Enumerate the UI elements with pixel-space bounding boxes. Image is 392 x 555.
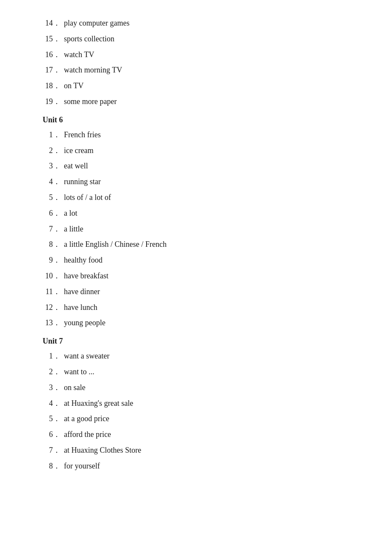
list-item: 18．on TV xyxy=(43,80,349,92)
item-text: ice cream xyxy=(64,145,349,157)
item-text: a little xyxy=(64,223,349,235)
item-number: 6． xyxy=(43,428,64,441)
list-item: 5．at a good price xyxy=(43,413,349,425)
item-text: running star xyxy=(64,176,349,188)
list-item: 9．healthy food xyxy=(43,254,349,266)
item-text: at a good price xyxy=(64,413,349,425)
list-item: 7．at Huaxing Clothes Store xyxy=(43,444,349,457)
item-number: 17． xyxy=(43,64,64,76)
list-item: 6．afford the price xyxy=(43,428,349,441)
list-section: 1．French fries2．ice cream3．eat well4．run… xyxy=(43,129,349,329)
list-item: 17．watch morning TV xyxy=(43,64,349,76)
item-text: have dinner xyxy=(64,286,349,298)
item-text: a lot xyxy=(64,207,349,220)
item-text: at Huaxing's great sale xyxy=(64,397,349,410)
item-number: 1． xyxy=(43,350,64,362)
item-text: sports collection xyxy=(64,33,349,45)
list-item: 14．play computer games xyxy=(43,17,349,29)
item-text: have lunch xyxy=(64,301,349,314)
item-number: 1． xyxy=(43,129,64,141)
list-item: 15．sports collection xyxy=(43,33,349,45)
list-item: 3．eat well xyxy=(43,160,349,172)
unit-heading: Unit 6 xyxy=(43,116,349,124)
item-text: want to ... xyxy=(64,366,349,378)
item-text: for yourself xyxy=(64,460,349,472)
item-number: 3． xyxy=(43,160,64,172)
item-number: 8． xyxy=(43,460,64,472)
list-item: 1．want a sweater xyxy=(43,350,349,362)
item-text: have breakfast xyxy=(64,270,349,282)
item-text: watch TV xyxy=(64,49,349,61)
item-number: 8． xyxy=(43,238,64,251)
item-text: afford the price xyxy=(64,428,349,441)
item-text: on TV xyxy=(64,80,349,92)
list-item: 8．a little English / Chinese / French xyxy=(43,238,349,251)
unit-heading: Unit 7 xyxy=(43,337,349,346)
item-number: 5． xyxy=(43,413,64,425)
item-number: 14． xyxy=(43,17,64,29)
item-number: 16． xyxy=(43,49,64,61)
item-text: eat well xyxy=(64,160,349,172)
list-item: 4．running star xyxy=(43,176,349,188)
list-item: 12．have lunch xyxy=(43,301,349,314)
item-number: 2． xyxy=(43,366,64,378)
list-item: 5．lots of / a lot of xyxy=(43,191,349,204)
item-text: watch morning TV xyxy=(64,64,349,76)
item-number: 6． xyxy=(43,207,64,220)
list-item: 11．have dinner xyxy=(43,286,349,298)
item-text: a little English / Chinese / French xyxy=(64,238,349,251)
item-number: 10． xyxy=(43,270,64,282)
item-number: 3． xyxy=(43,382,64,394)
item-text: at Huaxing Clothes Store xyxy=(64,444,349,457)
item-text: French fries xyxy=(64,129,349,141)
list-item: 2．want to ... xyxy=(43,366,349,378)
item-text: healthy food xyxy=(64,254,349,266)
list-section: 1．want a sweater2．want to ...3．on sale4．… xyxy=(43,350,349,472)
item-text: lots of / a lot of xyxy=(64,191,349,204)
list-item: 19．some more paper xyxy=(43,95,349,108)
list-item: 1．French fries xyxy=(43,129,349,141)
item-text: want a sweater xyxy=(64,350,349,362)
list-item: 7．a little xyxy=(43,223,349,235)
item-number: 7． xyxy=(43,223,64,235)
item-text: young people xyxy=(64,317,349,329)
list-item: 10．have breakfast xyxy=(43,270,349,282)
list-item: 3．on sale xyxy=(43,382,349,394)
item-number: 9． xyxy=(43,254,64,266)
list-item: 2．ice cream xyxy=(43,145,349,157)
item-number: 11． xyxy=(43,286,64,298)
item-number: 7． xyxy=(43,444,64,457)
item-number: 2． xyxy=(43,145,64,157)
list-item: 4．at Huaxing's great sale xyxy=(43,397,349,410)
item-number: 4． xyxy=(43,397,64,410)
list-item: 16．watch TV xyxy=(43,49,349,61)
item-number: 4． xyxy=(43,176,64,188)
item-number: 13． xyxy=(43,317,64,329)
item-text: some more paper xyxy=(64,95,349,108)
page-content: 14．play computer games15．sports collecti… xyxy=(43,17,349,472)
item-text: play computer games xyxy=(64,17,349,29)
item-number: 12． xyxy=(43,301,64,314)
item-text: on sale xyxy=(64,382,349,394)
item-number: 15． xyxy=(43,33,64,45)
list-item: 6．a lot xyxy=(43,207,349,220)
item-number: 19． xyxy=(43,95,64,108)
list-item: 8．for yourself xyxy=(43,460,349,472)
list-item: 13．young people xyxy=(43,317,349,329)
list-section: 14．play computer games15．sports collecti… xyxy=(43,17,349,108)
item-number: 18． xyxy=(43,80,64,92)
item-number: 5． xyxy=(43,191,64,204)
